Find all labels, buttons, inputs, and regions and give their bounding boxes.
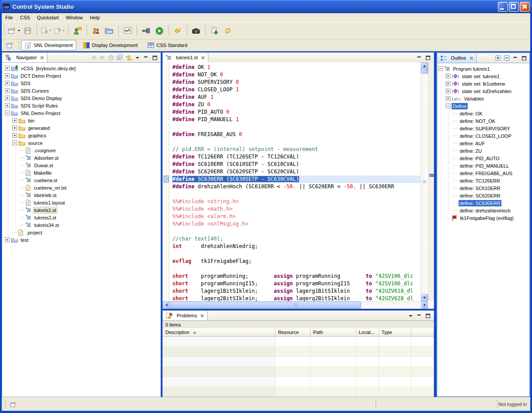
navigator-tree-item[interactable]: SDS <box>5 79 161 87</box>
code-line[interactable]: short programRunningI15; assign programR… <box>172 280 421 287</box>
close-icon[interactable] <box>200 314 204 318</box>
code-line[interactable]: #define SC610ERR (SC610SETP - SC610CVAL) <box>172 161 421 168</box>
navigator-tree-item[interactable]: SNL Demo Project <box>5 109 161 117</box>
expand-icon[interactable] <box>5 66 10 71</box>
code-line[interactable]: #define OK 1 <box>172 64 421 71</box>
navigator-tree-item[interactable]: cueberw.st <box>5 176 161 184</box>
navigator-tree-item[interactable]: .project <box>5 229 161 236</box>
screenshot-button[interactable] <box>189 25 203 37</box>
navigator-tree-item[interactable]: Makefile <box>5 169 161 176</box>
collapse-icon[interactable] <box>5 111 10 115</box>
perspective-display-development[interactable]: Display Development <box>80 40 141 50</box>
pv-plug-button[interactable] <box>139 25 153 37</box>
navigator-tree-item[interactable]: source <box>5 139 161 147</box>
expand-icon[interactable] <box>12 133 17 138</box>
problems-row[interactable] <box>163 367 434 377</box>
titlebar[interactable]: css Control System Studio <box>0 0 532 13</box>
outline-tree-item[interactable]: Program tukreis1 <box>438 65 529 72</box>
navigator-tree-item[interactable]: .cvsignore <box>5 147 161 154</box>
data-browser-button[interactable] <box>121 25 134 37</box>
code-line[interactable]: #define FREIGABE_AUS 0 <box>172 131 421 138</box>
minimize-button[interactable] <box>511 54 520 62</box>
users-button[interactable] <box>89 25 103 37</box>
outline-tree-item[interactable]: define: TC126ERR <box>438 177 529 184</box>
scroll-down-button[interactable] <box>421 294 428 301</box>
navigator-tree-item[interactable]: graphics <box>5 132 161 139</box>
collapse-icon[interactable] <box>446 104 450 108</box>
expand-icon[interactable] <box>5 103 10 108</box>
navigator-tree-item[interactable]: generated <box>5 124 161 132</box>
minimize-button[interactable] <box>142 54 150 61</box>
code-line[interactable]: %%#include <string.h> <box>172 198 421 205</box>
code-line[interactable] <box>172 250 421 258</box>
menu-css[interactable]: CSS <box>17 14 34 21</box>
maximize-button[interactable] <box>520 54 528 62</box>
code-line[interactable]: #define SC630ERR (SC630SETP - SC630CVAL) <box>172 176 421 183</box>
code-line[interactable]: #define SUPERVISORY 0 <box>172 79 421 86</box>
outline-tree-item[interactable]: (x)=Variables <box>438 95 529 102</box>
overview-ruler[interactable] <box>428 62 434 301</box>
navigator-tree-item[interactable]: tukreis1.st <box>5 206 161 214</box>
navigator-tree-item[interactable]: tukreis1.layout <box>5 199 161 206</box>
expand-icon[interactable] <box>446 89 450 93</box>
outline-tree-item[interactable]: define: PID_AUTO <box>438 154 529 162</box>
collapse-icon[interactable] <box>438 66 443 71</box>
outline-tree-item[interactable]: define: NOT_OK <box>438 117 529 125</box>
scroll-right-button[interactable] <box>421 302 428 309</box>
code-line[interactable]: //char text[40]; <box>172 235 421 243</box>
problems-row[interactable] <box>163 357 434 367</box>
problems-tab[interactable]: Problems <box>163 311 207 320</box>
code-line[interactable] <box>172 123 421 131</box>
outline-tab[interactable]: Outline <box>437 53 477 63</box>
menu-help[interactable]: Help <box>86 14 104 21</box>
navigator-tree-item[interactable]: DCT Demo Project <box>5 72 161 79</box>
expand-icon[interactable] <box>12 118 17 123</box>
navigator-tree-item[interactable]: cueberw_ori.txt <box>5 184 161 191</box>
column-header-path[interactable]: Path <box>311 328 356 337</box>
code-line[interactable] <box>172 190 421 198</box>
column-header-resource[interactable]: Resource <box>275 328 311 337</box>
navigator-tree-item[interactable]: kbetrieb.st <box>5 191 161 199</box>
outline-tree-item[interactable]: define: SC610ERR <box>438 184 529 192</box>
expand-icon[interactable] <box>5 81 10 86</box>
code-line[interactable]: #define drehzahlenHoch (SC610ERR < -50. … <box>172 183 421 190</box>
outline-tree-item[interactable]: define: AUF <box>438 140 529 147</box>
overview-marker-icon[interactable] <box>429 174 434 177</box>
code-line[interactable]: int drehzahlenNiedrig; <box>172 243 421 250</box>
navigator-tree-item[interactable]: SDS Script Rules <box>5 102 161 109</box>
column-header-description[interactable]: Description <box>163 328 275 337</box>
navigator-tree-item[interactable]: Duwar.st <box>5 162 161 169</box>
code-line[interactable]: %%#include <alarm.h> <box>172 213 421 220</box>
dropdown-arrow-icon[interactable] <box>49 30 52 32</box>
code-line[interactable]: %%#include <snlMsgLog.h> <box>172 220 421 228</box>
outline-tree-item[interactable]: define: PID_MANUELL <box>438 162 529 169</box>
new-wizard-button[interactable] <box>7 25 21 37</box>
navigator-tree-item[interactable]: tukreis34.st <box>5 221 161 229</box>
editor-tab[interactable]: tukreis1.st <box>163 53 208 62</box>
code-line[interactable] <box>172 138 421 146</box>
outline-tree-item[interactable]: define: OK <box>438 110 529 117</box>
minimize-button[interactable] <box>415 54 424 61</box>
expand-icon[interactable] <box>446 96 450 101</box>
run-button[interactable] <box>153 25 166 37</box>
close-icon[interactable] <box>469 56 473 60</box>
navigator-tree-item[interactable]: bin <box>5 117 161 124</box>
code-line[interactable] <box>172 228 421 235</box>
open-perspective-button[interactable] <box>3 39 16 51</box>
dropdown-arrow-icon[interactable] <box>62 30 65 32</box>
expand-icon[interactable] <box>446 81 450 86</box>
vertical-scrollbar[interactable] <box>421 62 428 301</box>
open-folder-button[interactable] <box>103 25 116 37</box>
maximize-button[interactable] <box>424 54 432 61</box>
outline-tree-item[interactable]: define: SC630ERR <box>438 199 529 207</box>
navigator-tab[interactable]: Navigator <box>2 53 47 62</box>
code-line[interactable]: #define PID_AUTO 0 <box>172 108 421 116</box>
code-line[interactable] <box>172 265 421 273</box>
perspective-css-standard[interactable]: CSS Standard <box>144 40 190 50</box>
code-line[interactable]: #define TC126ERR (TC126SETP - TC126CVAL) <box>172 153 421 161</box>
problems-row[interactable] <box>163 347 434 357</box>
scroll-left-button[interactable] <box>163 302 170 309</box>
navigator-tree-item[interactable]: SDS Cursors <box>5 87 161 94</box>
collapse-all-button[interactable] <box>502 54 511 62</box>
outline-tree-item[interactable]: define: drehzahlenHoch <box>438 207 529 214</box>
